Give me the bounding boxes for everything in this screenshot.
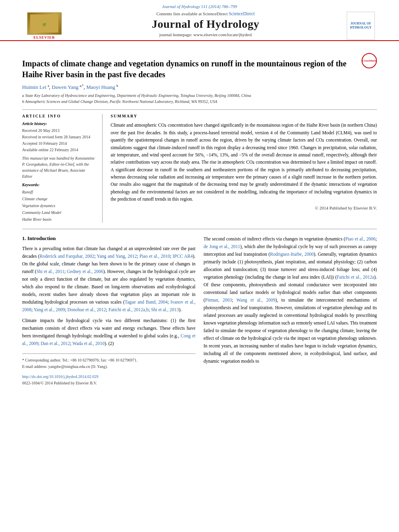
ref-yang-yang[interactable]: Yang and Yang, 2012 — [97, 254, 137, 259]
ref-ipcc[interactable]: IPCC AR4 — [173, 254, 193, 259]
journal-name-top: Journal of Hydrology 511 (2014) 786–799 — [24, 4, 375, 9]
affiliations: a State Key Laboratory of Hydroscience a… — [22, 92, 377, 105]
journal-header: Journal of Hydrology 511 (2014) 786–799 … — [0, 0, 399, 41]
article-info-col: ARTICLE INFO Article history: Received 2… — [22, 114, 103, 223]
ref-gedney[interactable]: Gedney et al., 2006 — [67, 269, 103, 274]
intro-section-title: 1. Introduction — [22, 235, 195, 242]
author-yang[interactable]: Dawen Yang — [52, 84, 78, 90]
handled-by: This manuscript was handled by Konstanti… — [22, 155, 96, 179]
accepted-date: Accepted 10 February 2014 — [22, 140, 96, 147]
keywords-section: Keywords: Runoff Climate change Vegetati… — [22, 183, 96, 223]
ref-fatichi-2012a[interactable]: Fatichi et al., 2012a — [337, 275, 374, 279]
received-date: Received 20 May 2013 — [22, 127, 96, 134]
article-body: CrossMark Impacts of climate change and … — [0, 41, 399, 392]
sciencedirect-link[interactable]: ScienceDirect — [229, 11, 255, 16]
page: Journal of Hydrology 511 (2014) 786–799 … — [0, 0, 399, 532]
intro-paragraph1: There is a prevailing notion that climat… — [22, 245, 195, 314]
header-inner: 🌿 ELSEVIER Contents lists available at S… — [24, 11, 375, 40]
ref-dan[interactable]: Dan et al., 2012 — [41, 341, 70, 346]
summary-heading: SUMMARY — [111, 114, 377, 118]
elsevier-logo-box: 🌿 — [27, 12, 62, 35]
keyword-runoff: Runoff — [22, 189, 96, 195]
article-history-label: Article history: — [22, 121, 96, 126]
crossmark-badge: CrossMark — [362, 53, 377, 68]
footnote-section: * Corresponding author. Tel.: +86 10 627… — [22, 353, 195, 370]
authors: Huimin Lei a, Dawen Yang a,*, Maoyi Huan… — [22, 84, 377, 90]
ref-roderick[interactable]: Roderick and Farquhar, 2002 — [40, 254, 95, 259]
journal-homepage: journal homepage: www.elsevier.com/locat… — [72, 32, 339, 37]
ref-fatichi[interactable]: Fatichi et al., 2012a,b — [109, 307, 149, 312]
author-huang[interactable]: Maoyi Huang — [86, 84, 115, 90]
affiliation-a: a State Key Laboratory of Hydroscience a… — [22, 92, 377, 99]
right-paragraph1: The second consists of indirect effects … — [204, 235, 377, 365]
summary-text: Climate and atmospheric CO₂ concentratio… — [111, 121, 377, 203]
footnote-corresponding: * Corresponding author. Tel.: +86 10 627… — [22, 357, 195, 364]
main-left-col: 1. Introduction There is a prevailing no… — [22, 235, 195, 386]
main-content: 1. Introduction There is a prevailing no… — [22, 235, 377, 386]
section-divider — [22, 229, 377, 229]
ref-wada[interactable]: Wada et al., 2010 — [72, 341, 105, 346]
ref-piao-2006[interactable]: Piao et al., 2006 — [345, 236, 375, 241]
article-info-heading: ARTICLE INFO — [22, 114, 96, 118]
affiliation-b: b Atmospheric Sciences and Global Change… — [22, 99, 377, 105]
journal-logo-right: JOURNAL OF HYDROLOGY — [347, 12, 375, 40]
ref-donohue[interactable]: Donohue et al., 2012 — [67, 307, 106, 312]
author-lei[interactable]: Huimin Lei — [22, 84, 46, 90]
elsevier-logo-container: 🌿 ELSEVIER — [24, 12, 64, 39]
journal-title-main: Journal of Hydrology — [72, 18, 339, 31]
doi-link[interactable]: http://dx.doi.org/10.1016/j.jhydrol.2014… — [22, 374, 99, 379]
keyword-climate-change: Climate change — [22, 195, 96, 202]
crossmark-container: CrossMark — [362, 53, 377, 68]
ref-piao-2010[interactable]: Piao et al., 2010 — [140, 254, 170, 259]
ref-wang-2009[interactable]: Wang et al., 2009 — [237, 298, 276, 302]
ref-tague[interactable]: Tague and Band, 2004 — [125, 300, 168, 304]
ref-shi-2013[interactable]: Shi et al., 2013 — [151, 307, 179, 312]
doi-section: http://dx.doi.org/10.1016/j.jhydrol.2014… — [22, 373, 195, 386]
keyword-haihe-river: Haihe River basin — [22, 216, 96, 223]
header-center: Contents lists available at ScienceDirec… — [64, 11, 347, 40]
summary-col: SUMMARY Climate and atmospheric CO₂ conc… — [111, 114, 377, 223]
ref-de-jong[interactable]: de Jong et al., 2011 — [204, 244, 240, 249]
info-summary-section: ARTICLE INFO Article history: Received 2… — [22, 109, 377, 223]
available-date: Available online 22 February 2014 — [22, 147, 96, 153]
ref-yang-2009[interactable]: Yang et al., 2009 — [34, 307, 65, 312]
main-right-col: The second consists of indirect effects … — [204, 235, 377, 386]
elsevier-text: ELSEVIER — [33, 35, 55, 39]
ref-pitman[interactable]: Pitman, 2003 — [205, 298, 232, 302]
open-access-line: 0022-1694/© 2014 Published by Elsevier B… — [22, 381, 97, 385]
keywords-label: Keywords: — [22, 183, 96, 187]
contents-line: Contents lists available at ScienceDirec… — [72, 11, 339, 16]
footnote-email: E-mail address: yangdw@tsinghua.edu.cn (… — [22, 364, 195, 370]
intro-paragraph2: Climate impacts the hydrological cycle v… — [22, 317, 195, 347]
ref-shi-2011[interactable]: Shi et al., 2011 — [36, 269, 64, 274]
svg-text:🌿: 🌿 — [42, 23, 46, 27]
keyword-community-land-model: Community Land Model — [22, 209, 96, 216]
received-revised-date: Received in revised form 28 January 2014 — [22, 134, 96, 140]
article-title: Impacts of climate change and vegetation… — [22, 58, 377, 80]
article-title-section: CrossMark Impacts of climate change and … — [22, 51, 377, 84]
copyright-line: © 2014 Published by Elsevier B.V. — [111, 205, 377, 210]
ref-rodriguez[interactable]: Rodriguez-Iturbe, 2000 — [270, 252, 314, 257]
keyword-vegetation-dynamics: Vegetation dynamics — [22, 202, 96, 209]
